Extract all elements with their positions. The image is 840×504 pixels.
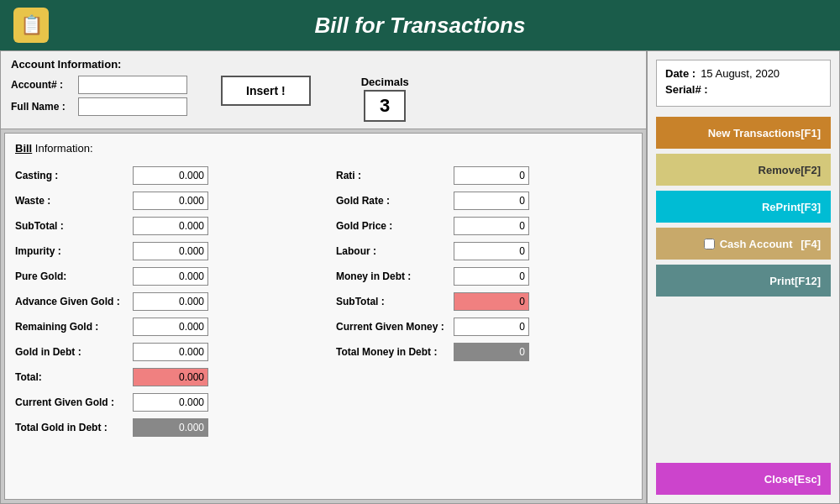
account-fields: Account# : Full Name : bbox=[11, 76, 187, 119]
bill-field-label: Pure Gold: bbox=[15, 270, 133, 282]
bill-info-title: Bill Information: bbox=[15, 142, 632, 155]
bill-field-input[interactable] bbox=[133, 166, 208, 185]
bill-columns: Casting :Waste :SubTotal :Impurity :Pure… bbox=[15, 166, 632, 444]
fullname-input[interactable] bbox=[78, 97, 187, 116]
bill-left-column: Casting :Waste :SubTotal :Impurity :Pure… bbox=[15, 166, 319, 444]
bill-right-row: Gold Price : bbox=[336, 217, 632, 235]
bill-left-row: Total Gold in Debt : bbox=[15, 418, 311, 437]
bill-left-row: Advance Given Gold : bbox=[15, 292, 311, 311]
bill-field-input[interactable] bbox=[454, 292, 529, 311]
bill-word: Bill bbox=[15, 142, 32, 155]
decimals-label: Decimals bbox=[361, 76, 409, 88]
bill-field-label: Current Given Gold : bbox=[15, 396, 133, 408]
account-number-input[interactable] bbox=[78, 76, 187, 94]
bill-right-row: Money in Debt : bbox=[336, 267, 632, 286]
bill-field-input[interactable] bbox=[454, 217, 529, 235]
bill-right-row: Rati : bbox=[336, 166, 632, 185]
bill-left-row: Remaining Gold : bbox=[15, 318, 311, 336]
fullname-row: Full Name : bbox=[11, 97, 187, 116]
header: 📋 Bill for Transactions bbox=[0, 0, 840, 50]
bill-right-row: Total Money in Debt : bbox=[336, 343, 632, 361]
bill-field-input[interactable] bbox=[133, 267, 208, 286]
bill-field-label: Advance Given Gold : bbox=[15, 296, 133, 307]
account-info-section: Account Information: Account# : Full Nam… bbox=[1, 51, 646, 129]
bill-field-input[interactable] bbox=[133, 318, 208, 336]
bill-field-input[interactable] bbox=[133, 418, 208, 437]
bill-field-input[interactable] bbox=[133, 393, 208, 412]
spacer bbox=[656, 302, 831, 458]
bill-field-label: Casting : bbox=[15, 170, 133, 181]
serial-row: Serial# : bbox=[665, 83, 822, 96]
right-sidebar: Date : 15 August, 2020 Serial# : New Tra… bbox=[647, 50, 840, 504]
bill-field-input[interactable] bbox=[133, 192, 208, 210]
bill-field-label: SubTotal : bbox=[336, 296, 454, 307]
date-label: Date : bbox=[665, 67, 696, 80]
bill-field-label: Money in Debt : bbox=[336, 270, 454, 282]
date-row: Date : 15 August, 2020 bbox=[665, 67, 822, 80]
bill-field-input[interactable] bbox=[454, 343, 529, 361]
bill-field-label: Impurity : bbox=[15, 245, 133, 257]
bill-field-label: Waste : bbox=[15, 195, 133, 207]
date-value: 15 August, 2020 bbox=[701, 67, 780, 80]
bill-field-input[interactable] bbox=[454, 192, 529, 210]
fullname-label: Full Name : bbox=[11, 101, 78, 113]
bill-field-label: Current Given Money : bbox=[336, 321, 454, 333]
bill-left-row: Waste : bbox=[15, 192, 311, 210]
bill-left-row: Pure Gold: bbox=[15, 267, 311, 286]
bill-field-input[interactable] bbox=[133, 292, 208, 311]
decimals-box: Decimals 3 bbox=[361, 76, 409, 122]
reprint-button[interactable]: RePrint[F3] bbox=[656, 191, 831, 223]
account-number-label: Account# : bbox=[11, 79, 78, 91]
main-layout: Account Information: Account# : Full Nam… bbox=[0, 50, 840, 504]
bill-field-input[interactable] bbox=[454, 242, 529, 260]
new-transactions-button[interactable]: New Transactions[F1] bbox=[656, 117, 831, 149]
bill-field-label: Total Gold in Debt : bbox=[15, 422, 133, 433]
decimals-value: 3 bbox=[364, 90, 406, 122]
account-number-row: Account# : bbox=[11, 76, 187, 94]
page-title: Bill for Transactions bbox=[315, 13, 526, 39]
bill-left-row: SubTotal : bbox=[15, 217, 311, 235]
bill-field-input[interactable] bbox=[133, 343, 208, 361]
bill-left-row: Current Given Gold : bbox=[15, 393, 311, 412]
bill-field-label: Gold in Debt : bbox=[15, 346, 133, 358]
remove-button[interactable]: Remove[F2] bbox=[656, 154, 831, 186]
print-button[interactable]: Print[F12] bbox=[656, 265, 831, 297]
bill-field-label: Total: bbox=[15, 371, 133, 383]
bill-field-input[interactable] bbox=[454, 318, 529, 336]
bill-right-row: Current Given Money : bbox=[336, 318, 632, 336]
bill-field-label: Gold Rate : bbox=[336, 195, 454, 207]
bill-field-label: Rati : bbox=[336, 170, 454, 181]
account-info-top: Account# : Full Name : Insert ! Decimals… bbox=[11, 76, 636, 122]
close-button[interactable]: Close[Esc] bbox=[656, 463, 831, 495]
cash-account-button[interactable]: Cash Account [F4] bbox=[656, 228, 831, 260]
bill-field-label: Labour : bbox=[336, 245, 454, 257]
bill-field-label: Total Money in Debt : bbox=[336, 346, 454, 358]
bill-right-column: Rati :Gold Rate :Gold Price :Labour :Mon… bbox=[319, 166, 632, 444]
bill-field-input[interactable] bbox=[133, 217, 208, 235]
bill-field-input[interactable] bbox=[133, 368, 208, 386]
cash-account-checkbox[interactable] bbox=[704, 239, 715, 249]
date-serial-box: Date : 15 August, 2020 Serial# : bbox=[656, 60, 831, 107]
account-info-title: Account Information: bbox=[11, 58, 636, 71]
bill-info-section: Bill Information: Casting :Waste :SubTot… bbox=[4, 133, 643, 500]
bill-left-row: Total: bbox=[15, 368, 311, 386]
bill-field-input[interactable] bbox=[454, 166, 529, 185]
serial-label: Serial# : bbox=[665, 83, 708, 96]
bill-left-row: Casting : bbox=[15, 166, 311, 185]
bill-right-row: Labour : bbox=[336, 242, 632, 260]
bill-field-label: Remaining Gold : bbox=[15, 321, 133, 333]
bill-field-label: SubTotal : bbox=[15, 220, 133, 232]
bill-info-rest: Information: bbox=[35, 142, 93, 155]
app-icon: 📋 bbox=[13, 8, 49, 43]
bill-right-row: SubTotal : bbox=[336, 292, 632, 311]
bill-field-input[interactable] bbox=[133, 242, 208, 260]
cash-account-label: Cash Account bbox=[720, 238, 793, 250]
bill-right-row: Gold Rate : bbox=[336, 192, 632, 210]
insert-button[interactable]: Insert ! bbox=[221, 76, 311, 106]
bill-field-input[interactable] bbox=[454, 267, 529, 286]
cash-account-key: [F4] bbox=[798, 238, 821, 250]
bill-left-row: Impurity : bbox=[15, 242, 311, 260]
bill-left-row: Gold in Debt : bbox=[15, 343, 311, 361]
left-panel: Account Information: Account# : Full Nam… bbox=[0, 50, 647, 504]
bill-field-label: Gold Price : bbox=[336, 220, 454, 232]
